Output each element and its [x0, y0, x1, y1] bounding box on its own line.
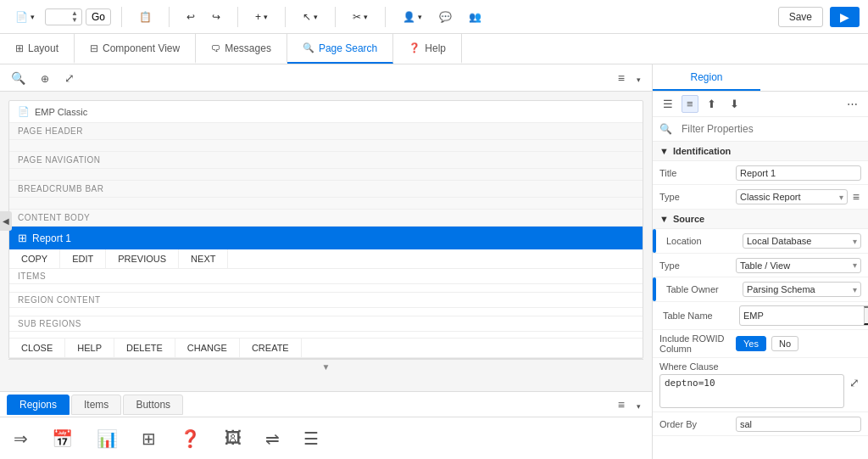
align-left-button[interactable]: ☰	[658, 95, 678, 113]
table-name-collapse-button[interactable]: ▲	[864, 306, 868, 325]
source-type-chevron-icon: ▾	[853, 260, 857, 270]
where-clause-textarea[interactable]: deptno=10	[659, 374, 844, 408]
rowid-yes-button[interactable]: Yes	[736, 336, 766, 351]
expand-canvas-button[interactable]: ⤢	[60, 69, 79, 87]
prop-source-type-row: Type Table / View ▾	[653, 254, 868, 277]
canvas-menu-button[interactable]: ≡	[614, 69, 629, 87]
icon-bar-question[interactable]: ❓	[180, 428, 201, 449]
section-source-header[interactable]: ▼ Source	[653, 210, 868, 229]
type-list-button[interactable]: ≡	[851, 188, 861, 205]
help-icon: ❓	[409, 42, 420, 53]
align-top-button[interactable]: ⬆	[702, 95, 721, 113]
table-name-input-group: ▲	[739, 305, 868, 326]
edit-button[interactable]: EDIT	[60, 249, 106, 268]
canvas-card-title: 📄 EMP Classic	[9, 101, 643, 123]
zoom-in-button[interactable]: ⊕	[36, 69, 53, 87]
page-icon-button[interactable]: 📄 ▾	[8, 8, 42, 26]
order-by-input[interactable]	[736, 417, 861, 432]
go-button[interactable]: Go	[86, 8, 111, 25]
create-button[interactable]: CREATE	[240, 339, 302, 357]
prop-location-value: Local Database ▾	[743, 233, 861, 249]
user-button[interactable]: 👤 ▾	[396, 8, 429, 26]
pointer-button[interactable]: ↖ ▾	[296, 8, 325, 26]
right-tab-second[interactable]	[760, 64, 868, 91]
chat-button[interactable]: 💬	[432, 8, 459, 26]
icon-bar-calendar[interactable]: 📅	[52, 428, 73, 449]
add-button[interactable]: + ▾	[248, 8, 275, 26]
source-indicator-row1: Location Local Database ▾	[653, 229, 868, 253]
bottom-menu-button[interactable]: ≡	[614, 395, 629, 414]
title-input[interactable]	[736, 165, 861, 181]
icon-bar-list[interactable]: ☰	[303, 428, 319, 449]
icon-bar-table[interactable]: ⊞	[142, 428, 156, 449]
prop-location-row: Location Local Database ▾	[659, 229, 868, 253]
sub-region-content: REGION CONTENT	[9, 293, 643, 308]
identification-collapse-icon: ▼	[659, 146, 669, 156]
zoom-out-button[interactable]: 🔍	[7, 69, 30, 87]
help-action-button[interactable]: HELP	[65, 339, 114, 357]
icon-bar-window[interactable]: 🖼	[225, 428, 242, 448]
table-owner-select-text: Parsing Schema	[747, 284, 815, 294]
tab-layout[interactable]: ⊞ Layout	[0, 34, 75, 64]
zoom-out-icon: 🔍	[11, 71, 25, 85]
icon-bar: ⇒ 📅 📊 ⊞ ❓ 🖼 ⇌ ☰	[0, 417, 652, 459]
page-num-down[interactable]: ▼	[71, 17, 78, 24]
delete-button[interactable]: DELETE	[114, 339, 175, 357]
save-button[interactable]: Save	[778, 7, 823, 27]
sep5	[335, 7, 336, 27]
props-more-button[interactable]: ⋯	[842, 95, 863, 113]
align-distribute-button[interactable]: ⬇	[725, 95, 744, 113]
copy-button[interactable]: COPY	[9, 249, 60, 268]
clipboard-button[interactable]: 📋	[132, 8, 159, 26]
previous-button[interactable]: PREVIOUS	[106, 249, 179, 268]
type-select[interactable]: Classic Report ▾	[736, 189, 848, 204]
change-button[interactable]: CHANGE	[175, 339, 240, 357]
tab-buttons[interactable]: Buttons	[123, 395, 183, 415]
align-center-button[interactable]: ≡	[682, 95, 698, 113]
icon-bar-arrows[interactable]: ⇒	[14, 428, 28, 449]
undo-button[interactable]: ↩	[180, 8, 202, 26]
icon-bar-chart[interactable]: 📊	[97, 428, 118, 449]
bottom-menu-dropdown[interactable]: ▾	[632, 395, 645, 414]
rowid-no-button[interactable]: No	[771, 336, 798, 351]
scroll-down-arrow[interactable]: ▼	[8, 359, 643, 374]
region-report1[interactable]: ⊞ Report 1	[9, 227, 643, 249]
page-number-input[interactable]: 2	[49, 11, 70, 23]
canvas-card: 📄 EMP Classic PAGE HEADER PAGE NAVIGATIO…	[8, 100, 643, 359]
canvas-menu-dropdown[interactable]: ▾	[632, 69, 645, 87]
table-name-input[interactable]	[740, 309, 864, 322]
tab-component-view[interactable]: ⊟ Component View	[75, 34, 196, 64]
tab-messages[interactable]: 🗨 Messages	[196, 34, 287, 64]
share-button[interactable]: 👥	[462, 8, 488, 26]
next-button[interactable]: NEXT	[179, 249, 228, 268]
tools-button[interactable]: ✂ ▾	[346, 8, 375, 26]
left-collapse-handle[interactable]: ◀	[0, 211, 12, 231]
table-owner-select[interactable]: Parsing Schema ▾	[743, 282, 861, 297]
tools-dropdown-icon: ▾	[364, 13, 368, 21]
close-button[interactable]: CLOSE	[9, 339, 65, 357]
tab-regions[interactable]: Regions	[7, 395, 70, 415]
icon-bar-flow[interactable]: ⇌	[265, 428, 280, 449]
where-clause-expand-button[interactable]: ⤢	[848, 374, 861, 391]
run-button[interactable]: ▶	[830, 7, 860, 27]
filter-input[interactable]	[676, 120, 861, 137]
location-select[interactable]: Local Database ▾	[743, 233, 861, 249]
location-select-text: Local Database	[747, 236, 811, 246]
tab-help[interactable]: ❓ Help	[393, 34, 462, 64]
prop-title-value	[736, 165, 861, 181]
properties-body: ▼ Identification Title Type Classic Repo…	[653, 142, 868, 459]
tab-items[interactable]: Items	[71, 395, 121, 415]
table-owner-chevron-icon: ▾	[853, 285, 857, 294]
bottom-menu-icon: ≡	[618, 398, 625, 411]
section-identification-header[interactable]: ▼ Identification	[653, 142, 868, 161]
tab-page-search[interactable]: 🔍 Page Search	[287, 34, 393, 64]
redo-button[interactable]: ↪	[205, 8, 227, 26]
page-number-arrows[interactable]: ▲ ▼	[71, 10, 78, 24]
run-icon: ▶	[840, 10, 849, 24]
right-tab-region[interactable]: Region	[653, 64, 760, 91]
identification-label: Identification	[673, 146, 731, 156]
clipboard-group: 📋	[132, 8, 159, 26]
question-icon: ❓	[180, 428, 201, 449]
source-type-select[interactable]: Table / View ▾	[736, 258, 861, 273]
arrows-icon: ⇒	[14, 428, 28, 449]
